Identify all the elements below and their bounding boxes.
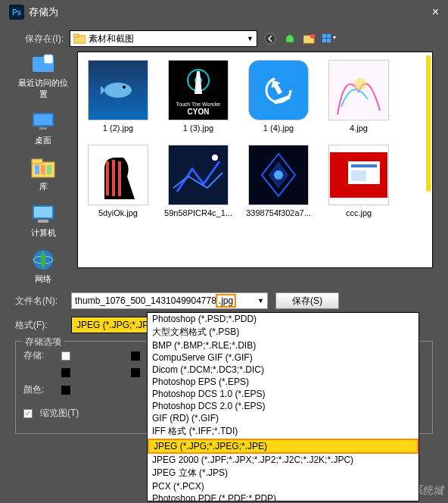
place-computer[interactable]: 计算机: [30, 202, 57, 239]
format-option[interactable]: Photoshop (*.PSD;*.PDD): [148, 313, 418, 325]
svg-rect-7: [322, 39, 326, 42]
save-in-label: 保存在(I):: [15, 33, 64, 45]
save-in-combo[interactable]: 素材和截图 ▼: [70, 30, 257, 47]
chevron-down-icon: ▼: [247, 35, 254, 42]
filename-input[interactable]: thumb_1076_500_1431049904778.jpg ▼: [71, 292, 268, 309]
filename-label: 文件名(N):: [15, 295, 64, 308]
format-option[interactable]: GIF (RD) (*.GIF): [148, 412, 418, 424]
svg-point-2: [265, 33, 275, 44]
svg-rect-15: [32, 159, 42, 164]
file-item[interactable]: 5dyiOk.jpg: [86, 145, 151, 217]
svg-rect-21: [38, 220, 48, 223]
svg-rect-31: [273, 95, 290, 105]
file-item[interactable]: Touch The WonderCYON 1 (3).jpg: [166, 60, 231, 133]
up-icon[interactable]: [283, 32, 297, 45]
svg-rect-17: [41, 165, 45, 174]
svg-rect-1: [73, 34, 79, 37]
place-network[interactable]: 网络: [30, 248, 57, 285]
filename-ext-highlight: .jpg: [216, 294, 236, 308]
checkbox[interactable]: [61, 386, 70, 395]
app-icon: Ps: [9, 5, 24, 20]
save-in-value: 素材和截图: [89, 33, 134, 45]
place-libraries[interactable]: 库: [30, 155, 57, 192]
format-option[interactable]: Photoshop EPS (*.EPS): [148, 376, 418, 388]
svg-rect-12: [34, 114, 52, 125]
format-option[interactable]: Photoshop PDF (*.PDF;*.PDP): [148, 492, 418, 501]
svg-text:Touch The Wonder: Touch The Wonder: [176, 102, 221, 107]
svg-rect-35: [106, 161, 109, 195]
folder-icon: [73, 33, 86, 44]
file-item[interactable]: 4.jpg: [326, 60, 391, 133]
checkbox[interactable]: [61, 368, 70, 377]
file-item[interactable]: ccc.jpg: [326, 145, 391, 217]
checkbox[interactable]: [61, 351, 70, 361]
file-item[interactable]: 1 (2).jpg: [86, 60, 151, 133]
format-option[interactable]: BMP (*.BMP;*.RLE;*.DIB): [148, 339, 418, 351]
chevron-down-icon[interactable]: ▼: [257, 297, 264, 305]
views-icon[interactable]: [322, 32, 336, 45]
back-icon[interactable]: [263, 32, 277, 45]
svg-rect-37: [118, 161, 121, 196]
places-bar: 最近访问的位置 桌面 库 计算机 网络: [15, 52, 71, 285]
thumbnail-checkbox[interactable]: [23, 409, 33, 418]
scrollbar[interactable]: [426, 55, 431, 192]
svg-rect-45: [351, 170, 366, 181]
svg-point-25: [123, 86, 126, 89]
titlebar: Ps 存储为 ×: [0, 0, 448, 24]
svg-point-38: [212, 155, 218, 161]
svg-rect-18: [47, 165, 51, 174]
svg-rect-16: [35, 165, 39, 174]
svg-rect-20: [34, 207, 52, 217]
place-recent[interactable]: 最近访问的位置: [15, 52, 71, 100]
svg-rect-6: [327, 34, 331, 38]
format-option[interactable]: JPEG 2000 (*.JPF;*.JPX;*.JP2;*.J2C;*.J2K…: [148, 454, 418, 466]
svg-rect-5: [322, 34, 326, 38]
format-option[interactable]: IFF 格式 (*.IFF;*.TDI): [148, 424, 418, 439]
svg-point-33: [354, 78, 366, 90]
checkbox[interactable]: [131, 368, 140, 377]
format-option[interactable]: Photoshop DCS 1.0 (*.EPS): [148, 388, 418, 400]
svg-point-24: [104, 83, 132, 98]
format-label: 格式(F):: [15, 319, 64, 332]
store-label: 存储:: [23, 349, 54, 362]
svg-rect-36: [112, 160, 115, 196]
color-label: 颜色:: [23, 383, 54, 396]
file-item[interactable]: 1 (4).jpg: [246, 60, 311, 133]
format-option[interactable]: Dicom (*.DCM;*.DC3;*.DIC): [148, 364, 418, 376]
svg-rect-13: [39, 127, 47, 130]
svg-rect-10: [44, 55, 53, 64]
options-legend: 存储选项: [22, 336, 64, 348]
svg-point-41: [274, 170, 283, 180]
format-option[interactable]: JPEG 立体 (*.JPS): [148, 466, 418, 480]
thumbnail-label: 缩览图(T): [40, 407, 79, 420]
format-option[interactable]: Photoshop DCS 2.0 (*.EPS): [148, 400, 418, 412]
checkbox[interactable]: [131, 351, 140, 361]
svg-text:CYON: CYON: [188, 108, 210, 116]
svg-rect-44: [351, 164, 377, 167]
svg-rect-8: [327, 39, 331, 42]
file-list[interactable]: 1 (2).jpg Touch The WonderCYON 1 (3).jpg…: [77, 52, 433, 268]
format-option[interactable]: CompuServe GIF (*.GIF): [148, 351, 418, 364]
place-desktop[interactable]: 桌面: [30, 109, 57, 146]
file-item[interactable]: 3398754f302a7...: [246, 145, 311, 217]
format-option[interactable]: 大型文档格式 (*.PSB): [148, 325, 418, 339]
window-title: 存储为: [29, 5, 58, 19]
format-dropdown[interactable]: Photoshop (*.PSD;*.PDD)大型文档格式 (*.PSB)BMP…: [147, 312, 419, 501]
close-icon[interactable]: ×: [432, 5, 439, 19]
format-option[interactable]: JPEG (*.JPG;*.JPEG;*.JPE): [148, 439, 418, 454]
svg-point-4: [310, 34, 315, 39]
new-folder-icon[interactable]: [303, 32, 316, 45]
file-item[interactable]: 59n58PICR4c_1...: [166, 145, 231, 217]
save-button[interactable]: 保存(S): [275, 292, 339, 309]
format-option[interactable]: PCX (*.PCX): [148, 480, 418, 492]
